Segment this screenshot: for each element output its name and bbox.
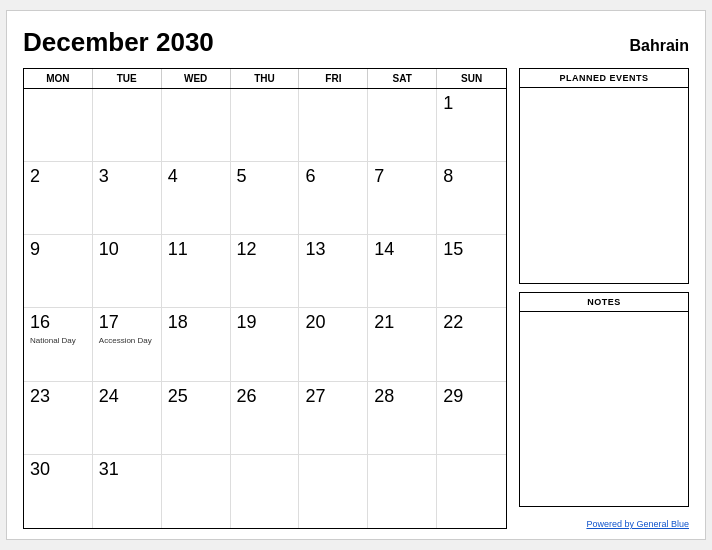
cal-cell — [24, 89, 93, 162]
cal-cell: 21 — [368, 308, 437, 381]
cal-cell: 19 — [231, 308, 300, 381]
notes-content[interactable] — [520, 312, 688, 507]
cal-cell — [231, 89, 300, 162]
date-number: 14 — [374, 239, 430, 261]
event-label: Accession Day — [99, 336, 155, 346]
cal-cell: 24 — [93, 382, 162, 455]
cal-cell: 20 — [299, 308, 368, 381]
cal-cell — [299, 455, 368, 528]
date-number: 24 — [99, 386, 155, 408]
planned-events-title: PLANNED EVENTS — [520, 69, 688, 88]
cal-cell: 30 — [24, 455, 93, 528]
date-number: 5 — [237, 166, 293, 188]
date-number: 1 — [443, 93, 500, 115]
cal-cell: 22 — [437, 308, 506, 381]
date-number: 27 — [305, 386, 361, 408]
date-number: 9 — [30, 239, 86, 261]
cal-cell: 25 — [162, 382, 231, 455]
cal-cell: 3 — [93, 162, 162, 235]
planned-events-content[interactable] — [520, 88, 688, 283]
date-number: 12 — [237, 239, 293, 261]
day-header-sat: SAT — [368, 69, 437, 88]
date-number: 2 — [30, 166, 86, 188]
date-number: 15 — [443, 239, 500, 261]
date-number: 19 — [237, 312, 293, 334]
cal-cell — [299, 89, 368, 162]
notes-title: NOTES — [520, 293, 688, 312]
cal-cell: 1 — [437, 89, 506, 162]
cal-cell — [162, 455, 231, 528]
cal-cell: 5 — [231, 162, 300, 235]
cal-cell — [93, 89, 162, 162]
calendar-cells: 12345678910111213141516National Day17Acc… — [24, 89, 506, 528]
cal-cell: 11 — [162, 235, 231, 308]
cal-cell: 2 — [24, 162, 93, 235]
cal-cell — [162, 89, 231, 162]
page-header: December 2030 Bahrain — [23, 27, 689, 58]
date-number: 3 — [99, 166, 155, 188]
date-number: 4 — [168, 166, 224, 188]
date-number: 11 — [168, 239, 224, 261]
cal-cell: 10 — [93, 235, 162, 308]
cal-cell — [368, 89, 437, 162]
cal-cell: 16National Day — [24, 308, 93, 381]
day-header-mon: MON — [24, 69, 93, 88]
day-header-fri: FRI — [299, 69, 368, 88]
date-number: 29 — [443, 386, 500, 408]
country-label: Bahrain — [629, 37, 689, 55]
cal-cell: 14 — [368, 235, 437, 308]
date-number: 30 — [30, 459, 86, 481]
day-headers-row: MONTUEWEDTHUFRISATSUN — [24, 69, 506, 89]
cal-cell: 4 — [162, 162, 231, 235]
date-number: 7 — [374, 166, 430, 188]
cal-cell: 7 — [368, 162, 437, 235]
date-number: 6 — [305, 166, 361, 188]
date-number: 18 — [168, 312, 224, 334]
cal-cell: 28 — [368, 382, 437, 455]
date-number: 28 — [374, 386, 430, 408]
day-header-thu: THU — [231, 69, 300, 88]
cal-cell: 17Accession Day — [93, 308, 162, 381]
calendar-page: December 2030 Bahrain MONTUEWEDTHUFRISAT… — [6, 10, 706, 540]
date-number: 8 — [443, 166, 500, 188]
cal-cell: 15 — [437, 235, 506, 308]
cal-cell: 27 — [299, 382, 368, 455]
cal-cell — [231, 455, 300, 528]
cal-cell: 29 — [437, 382, 506, 455]
main-content: MONTUEWEDTHUFRISATSUN 123456789101112131… — [23, 68, 689, 529]
date-number: 10 — [99, 239, 155, 261]
planned-events-box: PLANNED EVENTS — [519, 68, 689, 284]
sidebar: PLANNED EVENTS NOTES Powered by General … — [519, 68, 689, 529]
cal-cell: 23 — [24, 382, 93, 455]
date-number: 26 — [237, 386, 293, 408]
calendar-grid-container: MONTUEWEDTHUFRISATSUN 123456789101112131… — [23, 68, 507, 529]
event-label: National Day — [30, 336, 86, 346]
cal-cell: 9 — [24, 235, 93, 308]
cal-cell: 26 — [231, 382, 300, 455]
date-number: 23 — [30, 386, 86, 408]
date-number: 22 — [443, 312, 500, 334]
powered-by-link[interactable]: Powered by General Blue — [586, 519, 689, 529]
page-title: December 2030 — [23, 27, 214, 58]
date-number: 31 — [99, 459, 155, 481]
date-number: 13 — [305, 239, 361, 261]
cal-cell — [437, 455, 506, 528]
date-number: 17 — [99, 312, 155, 334]
cal-cell — [368, 455, 437, 528]
cal-cell: 13 — [299, 235, 368, 308]
cal-cell: 12 — [231, 235, 300, 308]
date-number: 16 — [30, 312, 86, 334]
day-header-tue: TUE — [93, 69, 162, 88]
powered-by: Powered by General Blue — [519, 519, 689, 529]
cal-cell: 31 — [93, 455, 162, 528]
date-number: 20 — [305, 312, 361, 334]
date-number: 21 — [374, 312, 430, 334]
day-header-sun: SUN — [437, 69, 506, 88]
cal-cell: 18 — [162, 308, 231, 381]
notes-box: NOTES — [519, 292, 689, 508]
cal-cell: 6 — [299, 162, 368, 235]
cal-cell: 8 — [437, 162, 506, 235]
date-number: 25 — [168, 386, 224, 408]
day-header-wed: WED — [162, 69, 231, 88]
